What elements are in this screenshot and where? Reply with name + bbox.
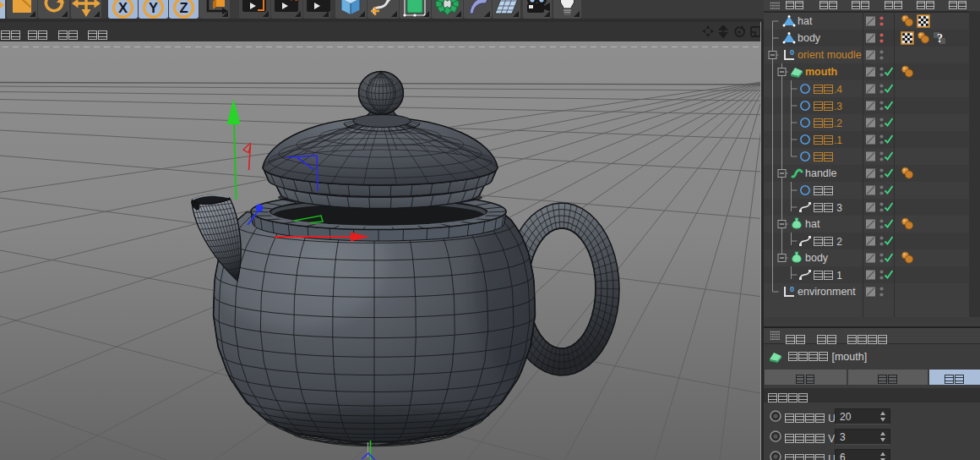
- svg-text:Y: Y: [149, 0, 158, 15]
- svg-text:0: 0: [790, 285, 794, 293]
- svg-text:Z: Z: [179, 0, 188, 15]
- svg-text:X: X: [118, 0, 128, 15]
- svg-text:0: 0: [790, 48, 794, 57]
- svg-text:?: ?: [937, 32, 943, 45]
